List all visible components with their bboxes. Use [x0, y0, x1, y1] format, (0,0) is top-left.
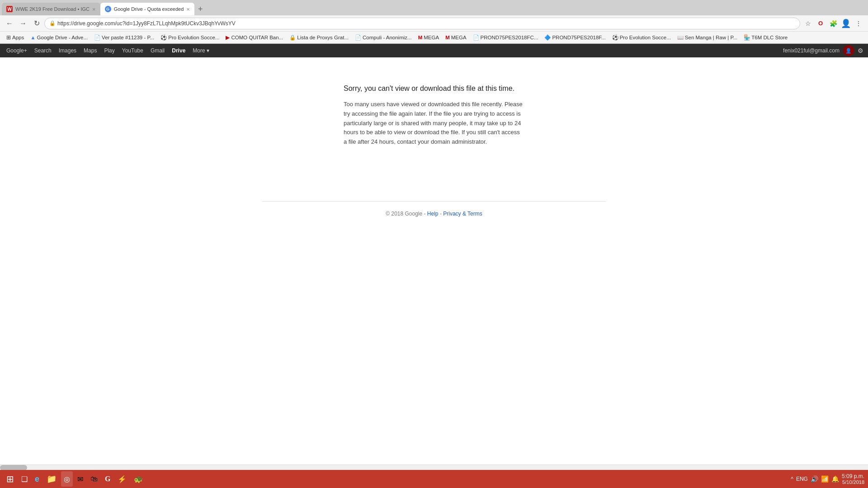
page-footer: © 2018 Google - Help - Privacy & Terms	[262, 211, 606, 217]
toolbar-right: ☆ O 🧩 👤 ⋮	[802, 18, 864, 29]
footer-sep: -	[440, 211, 442, 217]
settings-gear-icon[interactable]: ⚙	[858, 47, 863, 54]
gmail-link[interactable]: Gmail	[149, 47, 166, 54]
apps-favicon: ⊞	[6, 34, 11, 41]
tab-2-favicon: G	[105, 6, 111, 12]
google-bar: Google+ Search Images Maps Play YouTube …	[0, 44, 868, 57]
address-bar[interactable]: 🔒 https://drive.google.com/uc?id=1Jyy8Fz…	[44, 18, 800, 29]
avatar-icon: 👤	[845, 48, 852, 54]
bookmarks-bar: ⊞ Apps ▲ Google Drive - Adve... 📄 Ver pa…	[0, 32, 868, 43]
copyright-text: © 2018 Google -	[386, 211, 425, 217]
como-favicon: ▶	[226, 34, 230, 41]
bookmark-mega1[interactable]: M MEGA	[415, 34, 442, 41]
more-link[interactable]: More ▾	[191, 47, 211, 54]
prond1-favicon: 📄	[473, 34, 479, 41]
bookmark-paste-label: Ver paste #11239 - P...	[102, 35, 154, 40]
taskbar: ⊞ ❑ e 📁 ◎ ✉ 🛍 G ⚡ 🐢 ^ ENG 🔊	[0, 470, 868, 470]
bookmark-pes1[interactable]: ⚽ Pro Evolution Socce...	[158, 33, 222, 42]
images-link[interactable]: Images	[57, 47, 78, 54]
bookmark-compuli-label: Compuli - Anonimiz...	[363, 35, 412, 40]
bookmark-proxy-label: Lista de Proxys Grat...	[297, 35, 349, 40]
drive-link[interactable]: Drive	[170, 47, 187, 54]
bookmark-mega2-label: MEGA	[451, 35, 467, 40]
bookmark-compuli[interactable]: 📄 Compuli - Anonimiz...	[352, 33, 415, 42]
error-title: Sorry, you can't view or download this f…	[344, 84, 524, 93]
youtube-link[interactable]: YouTube	[120, 47, 145, 54]
bookmark-manga[interactable]: 📖 Sen Manga | Raw | P...	[675, 33, 740, 42]
tab-bar: W WWE 2K19 Free Download • IGC × G Googl…	[0, 0, 868, 15]
horizontal-scrollbar[interactable]	[0, 465, 868, 470]
pes2-favicon: ⚽	[612, 34, 618, 41]
bookmark-paste[interactable]: 📄 Ver paste #11239 - P...	[91, 33, 157, 42]
forward-button[interactable]: →	[17, 18, 29, 29]
menu-button[interactable]: ⋮	[853, 18, 864, 29]
bookmark-mega1-label: MEGA	[424, 35, 439, 40]
bookmark-prond2-label: PROND75PES2018F...	[552, 35, 605, 40]
user-email: fenix021ful@gmail.com	[783, 47, 840, 54]
pes1-favicon: ⚽	[160, 34, 167, 41]
bookmark-apps[interactable]: ⊞ Apps	[4, 33, 27, 42]
bookmark-star-button[interactable]: ☆	[802, 18, 814, 29]
maps-link[interactable]: Maps	[82, 47, 99, 54]
compuli-favicon: 📄	[355, 34, 361, 41]
back-button[interactable]: ←	[4, 18, 15, 29]
bookmark-t6m[interactable]: 🏪 T6M DLC Store	[741, 33, 790, 42]
error-container: Sorry, you can't view or download this f…	[344, 84, 524, 147]
privacy-terms-link[interactable]: Privacy & Terms	[443, 211, 482, 217]
user-avatar[interactable]: 👤	[843, 45, 854, 56]
bookmark-pes2[interactable]: ⚽ Pro Evolution Socce...	[609, 33, 674, 42]
error-body: Too many users have viewed or downloaded…	[344, 100, 524, 147]
help-link[interactable]: Help	[427, 211, 439, 217]
page-divider	[262, 201, 606, 202]
ssl-lock-icon: 🔒	[49, 20, 56, 26]
tab-1[interactable]: W WWE 2K19 Free Download • IGC ×	[2, 3, 100, 15]
tab-2-title: Google Drive - Quota exceeded	[114, 6, 184, 12]
prond2-favicon: 🔷	[544, 34, 551, 41]
bookmark-pes2-label: Pro Evolution Socce...	[620, 35, 671, 40]
opera-button[interactable]: O	[815, 18, 826, 29]
bookmark-prond2[interactable]: 🔷 PROND75PES2018F...	[542, 33, 608, 42]
address-url: https://drive.google.com/uc?id=1Jyy8FzL7…	[57, 20, 236, 27]
gdrive-favicon: ▲	[30, 35, 35, 40]
page-content: Sorry, you can't view or download this f…	[0, 57, 868, 470]
paste-favicon: 📄	[94, 34, 100, 41]
extensions-button[interactable]: 🧩	[827, 18, 839, 29]
browser-chrome: W WWE 2K19 Free Download • IGC × G Googl…	[0, 0, 868, 44]
tab-1-close[interactable]: ×	[92, 6, 96, 13]
toolbar: ← → ↻ 🔒 https://drive.google.com/uc?id=1…	[0, 15, 868, 32]
tab-2-close[interactable]: ×	[186, 6, 190, 13]
bookmark-t6m-label: T6M DLC Store	[751, 35, 788, 40]
bookmark-pes1-label: Pro Evolution Socce...	[168, 35, 219, 40]
play-link[interactable]: Play	[102, 47, 116, 54]
proxy-favicon: 🔒	[289, 34, 296, 41]
manga-favicon: 📖	[677, 34, 684, 41]
google-plus-link[interactable]: Google+	[5, 47, 29, 54]
google-bar-right: fenix021ful@gmail.com 👤 ⚙	[783, 45, 863, 56]
footer-section: © 2018 Google - Help - Privacy & Terms	[262, 183, 606, 217]
new-tab-button[interactable]: +	[194, 3, 207, 15]
mega2-favicon: M	[445, 35, 450, 40]
profile-button[interactable]: 👤	[840, 18, 852, 29]
tab-2[interactable]: G Google Drive - Quota exceeded ×	[100, 3, 194, 15]
bookmark-gdrive[interactable]: ▲ Google Drive - Adve...	[28, 34, 90, 41]
bookmark-como[interactable]: ▶ COMO QUITAR Ban...	[223, 33, 286, 42]
bookmark-prond1-label: PROND75PES2018FC...	[481, 35, 538, 40]
bookmark-proxy[interactable]: 🔒 Lista de Proxys Grat...	[287, 33, 351, 42]
bookmark-gdrive-label: Google Drive - Adve...	[37, 35, 88, 40]
bookmark-prond1[interactable]: 📄 PROND75PES2018FC...	[470, 33, 541, 42]
tab-1-title: WWE 2K19 Free Download • IGC	[15, 6, 90, 12]
bookmark-como-label: COMO QUITAR Ban...	[231, 35, 283, 40]
bookmark-mega2[interactable]: M MEGA	[443, 34, 469, 41]
search-link[interactable]: Search	[33, 47, 53, 54]
bookmark-apps-label: Apps	[12, 35, 24, 40]
reload-button[interactable]: ↻	[31, 18, 42, 29]
tab-1-favicon: W	[6, 6, 13, 12]
bookmark-manga-label: Sen Manga | Raw | P...	[685, 35, 737, 40]
t6m-favicon: 🏪	[744, 34, 750, 41]
mega1-favicon: M	[418, 35, 423, 40]
